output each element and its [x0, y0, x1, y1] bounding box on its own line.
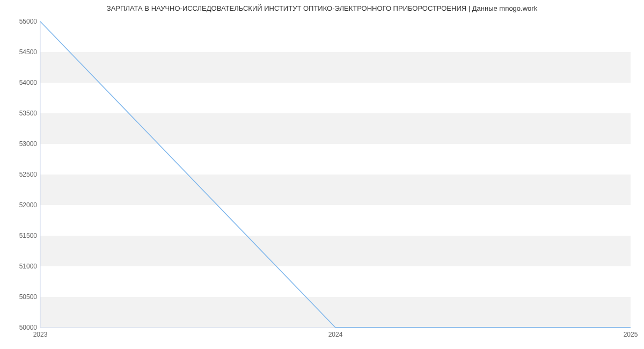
chart-svg — [40, 21, 631, 328]
y-tick-label: 51000 — [19, 263, 37, 270]
grid-bands — [40, 52, 631, 328]
y-tick-label: 55000 — [19, 18, 37, 25]
svg-rect-0 — [40, 297, 631, 328]
y-tick-label: 52500 — [19, 171, 37, 178]
x-tick-label: 2025 — [624, 331, 638, 338]
y-tick-label: 53500 — [19, 110, 37, 117]
y-tick-label: 54000 — [19, 79, 37, 86]
chart-container: ЗАРПЛАТА В НАУЧНО-ИССЛЕДОВАТЕЛЬСКИЙ ИНСТ… — [0, 0, 644, 349]
x-tick-label: 2023 — [33, 331, 48, 338]
svg-rect-1 — [40, 236, 631, 266]
y-tick-label: 53000 — [19, 140, 37, 148]
y-tick-label: 52000 — [19, 201, 37, 209]
x-tick-label: 2024 — [328, 331, 343, 338]
chart-title: ЗАРПЛАТА В НАУЧНО-ИССЛЕДОВАТЕЛЬСКИЙ ИНСТ… — [0, 4, 644, 12]
y-tick-label: 54500 — [19, 48, 37, 56]
svg-rect-3 — [40, 113, 631, 144]
svg-rect-2 — [40, 174, 631, 205]
y-tick-label: 50500 — [19, 293, 37, 301]
y-tick-label: 50000 — [19, 324, 37, 331]
y-tick-label: 51500 — [19, 232, 37, 239]
plot-area: 5000050500510005150052000525005300053500… — [40, 21, 631, 328]
svg-rect-4 — [40, 52, 631, 83]
